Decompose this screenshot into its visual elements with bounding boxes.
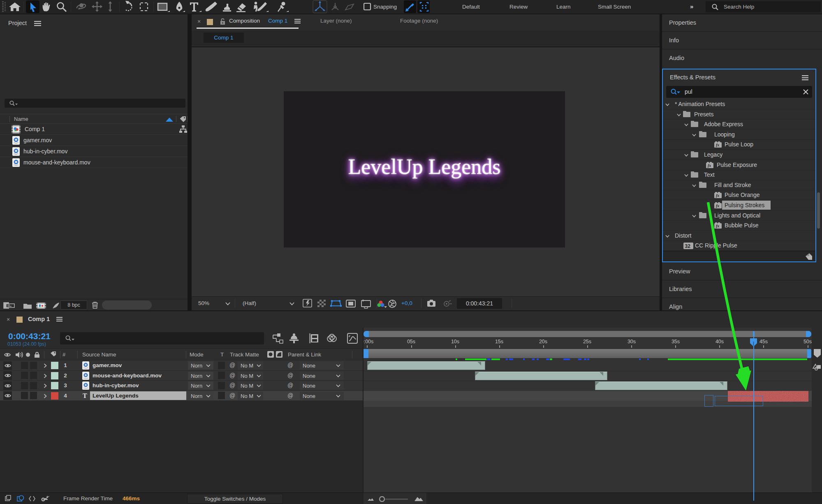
svg-text:32: 32	[685, 243, 691, 249]
svg-text:fx: fx	[708, 163, 711, 168]
svg-text:fx: fx	[716, 203, 719, 208]
svg-text:fx: fx	[716, 224, 719, 228]
svg-text:fx: fx	[716, 143, 719, 147]
svg-text:fx: fx	[716, 193, 719, 198]
